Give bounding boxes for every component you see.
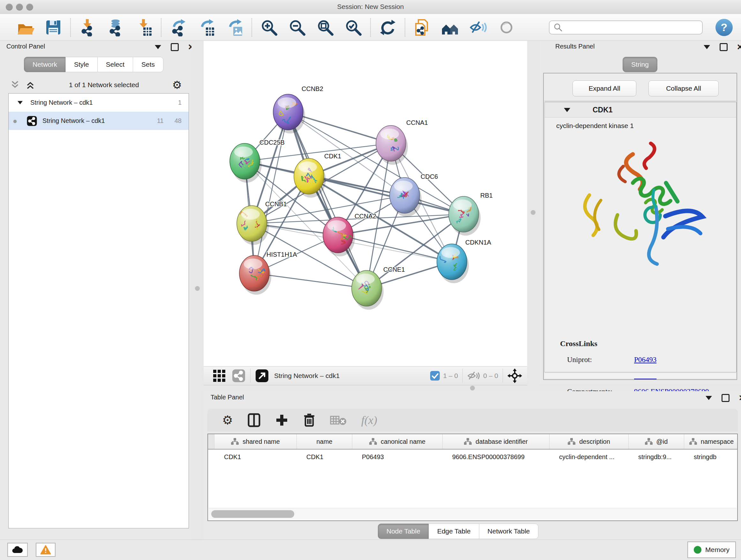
import-table-icon[interactable] [135,18,153,37]
network-share-icon[interactable] [232,369,246,383]
maximize-panel-icon[interactable] [721,394,730,402]
open-in-window-icon[interactable] [255,369,269,383]
table-horizontal-scrollbar[interactable] [209,508,737,520]
cell-database-identifier[interactable]: 9606.ENSP00000378699 [443,453,549,461]
collapse-all-icon[interactable] [10,80,20,90]
network-node-HIST1H1A[interactable] [239,255,271,295]
cell-namespace[interactable]: stringdb [684,453,738,461]
tab-sets[interactable]: Sets [133,57,163,72]
column-tree-icon [369,438,377,445]
network-node-CDC6[interactable] [390,178,421,217]
expand-all-button[interactable]: Expand All [572,80,636,97]
zoom-fit-icon[interactable] [316,18,334,37]
selected-count: 1 – 0 [443,372,458,380]
close-panel-icon[interactable]: ✕ [738,394,741,402]
network-node-CCNA2[interactable] [323,217,355,256]
table-settings-gear-icon[interactable]: ⚙ [222,413,233,427]
clone-network-icon[interactable] [413,18,431,37]
network-node-CCNE1[interactable] [352,270,384,310]
column-header-shared-name[interactable]: shared name [214,434,297,449]
tab-select[interactable]: Select [97,57,133,72]
float-panel-icon[interactable] [703,43,711,51]
import-network-database-icon[interactable] [107,18,125,37]
help-button[interactable]: ? [716,19,733,36]
network-node-CCNA1[interactable] [376,125,408,165]
network-node-CCNB1[interactable] [237,206,269,245]
left-splitter[interactable] [192,41,204,540]
tab-node-table[interactable]: Node Table [378,523,429,539]
column-header-database-identifier[interactable]: database identifier [443,434,549,449]
network-node-RB1[interactable] [449,196,481,236]
birds-eye-grid-icon[interactable] [212,369,226,382]
cloud-status-button[interactable] [7,543,28,557]
export-network-icon[interactable] [169,18,188,37]
collapse-all-button[interactable]: Collapse All [649,80,719,97]
pan-crosshair-icon[interactable] [508,368,522,383]
scrollbar-thumb[interactable] [211,510,294,518]
network-edge[interactable] [254,112,288,273]
float-panel-icon[interactable] [154,43,162,51]
cell-shared-name[interactable]: CDK1 [214,453,297,461]
tab-edge-table[interactable]: Edge Table [428,523,479,539]
import-network-file-icon[interactable] [78,18,97,37]
create-column-plus-icon[interactable] [275,414,288,427]
maximize-panel-icon[interactable] [171,43,179,51]
network-node-CDKN1A[interactable] [437,244,469,283]
splitter-handle[interactable] [470,386,475,390]
collapse-tree-icon[interactable] [17,101,23,104]
show-columns-icon[interactable] [248,413,260,427]
column-header-canonical-name[interactable]: canonical name [352,434,443,449]
export-image-icon[interactable] [225,18,244,37]
network-node-CCNB2[interactable] [273,94,305,133]
selected-checkbox-icon[interactable] [430,371,440,381]
delete-column-trash-icon[interactable] [303,413,315,427]
cell-description[interactable]: cyclin-dependent ... [549,453,629,461]
cell-name[interactable]: CDK1 [297,453,352,461]
right-splitter[interactable] [527,41,539,385]
zoom-in-icon[interactable] [260,18,278,37]
tab-network[interactable]: Network [24,57,66,72]
table-row[interactable]: CDK1CDK1P064939606.ENSP00000378699cyclin… [208,449,737,464]
network-node-CDK1[interactable] [294,159,326,198]
search-input[interactable] [549,20,703,35]
network-tree-row[interactable]: String Network – cdk1 1 [9,94,189,112]
close-panel-icon[interactable]: ✕ [736,43,741,51]
cell-canonical-name[interactable]: P06493 [352,453,443,461]
open-session-icon[interactable] [16,18,35,37]
network-tree-row[interactable]: ● String Network – cdk1 11 48 [9,112,189,130]
splitter-handle[interactable] [531,210,536,215]
node-label-CCNA2: CCNA2 [354,212,376,220]
export-table-icon[interactable] [197,18,216,37]
network-node-CDC25B[interactable] [230,143,262,183]
warning-status-button[interactable] [36,543,56,557]
hide-selected-icon[interactable] [469,18,488,37]
zoom-out-icon[interactable] [288,18,307,37]
results-scrollbar[interactable] [544,373,736,378]
splitter-handle[interactable] [195,286,200,291]
cell--id[interactable]: stringdb:9... [629,453,684,461]
network-edge[interactable] [288,112,367,288]
maximize-panel-icon[interactable] [719,43,728,51]
tab-string[interactable]: String [623,57,657,72]
column-header-namespace[interactable]: namespace [684,434,738,449]
tab-network-table[interactable]: Network Table [479,523,539,539]
column-header-description[interactable]: description [549,434,629,449]
float-panel-icon[interactable] [704,394,713,402]
node-result-header[interactable]: CDK1 [545,103,736,118]
memory-button[interactable]: Memory [687,542,736,558]
zoom-selected-icon[interactable] [344,18,362,37]
delete-table-icon [330,415,347,426]
collapse-section-icon[interactable] [564,108,570,112]
network-edge[interactable] [338,235,452,262]
save-session-icon[interactable] [44,18,63,37]
expand-all-icon[interactable] [25,80,36,90]
show-all-icon[interactable] [497,18,516,37]
crosslink-value-link[interactable]: P06493 [634,356,657,364]
column-header-name[interactable]: name [297,434,352,449]
refresh-icon[interactable] [379,18,397,37]
network-canvas[interactable]: CCNB2CCNA1CDC25BCDK1CDC6RB1CCNB1CCNA2CDK… [204,41,527,366]
first-neighbors-icon[interactable] [441,18,460,37]
tab-style[interactable]: Style [65,57,98,72]
network-options-gear-icon[interactable]: ⚙ [172,78,182,91]
column-header--id[interactable]: @id [629,434,684,449]
